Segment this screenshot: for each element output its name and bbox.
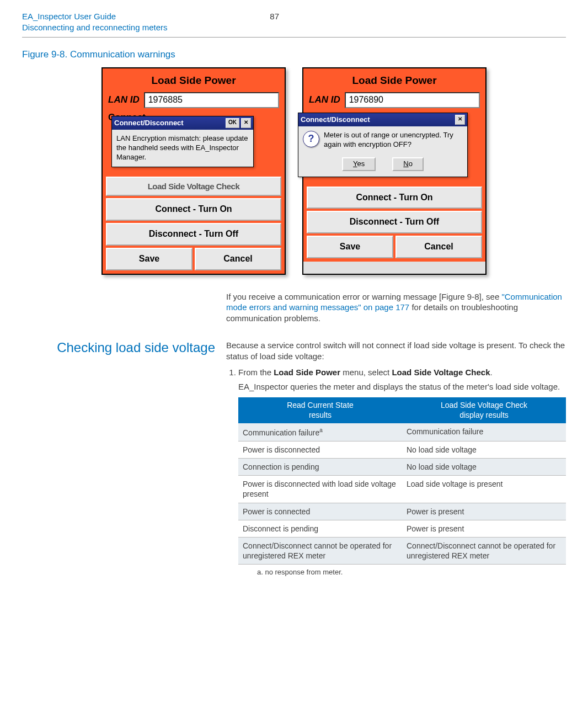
save-button[interactable]: Save bbox=[106, 248, 193, 270]
save-button[interactable]: Save bbox=[307, 236, 393, 258]
dialog-title: Connect/Disconnect bbox=[301, 115, 453, 125]
lan-id-input[interactable]: 1976885 bbox=[144, 92, 279, 108]
cancel-button[interactable]: Cancel bbox=[395, 236, 482, 258]
table-cell: Load side voltage is present bbox=[402, 476, 566, 503]
disconnect-turn-off-button[interactable]: Disconnect - Turn Off bbox=[106, 223, 281, 246]
table-row: Communication failureaCommunication fail… bbox=[238, 423, 566, 441]
dialog-yes-button[interactable]: Yes bbox=[342, 157, 376, 171]
dialog-message: LAN Encryption mismatch: please update t… bbox=[116, 134, 249, 162]
table-cell: No load side voltage bbox=[402, 459, 566, 476]
dialog-title: Connect/Disconnect bbox=[114, 119, 224, 128]
section-checking-load-side-voltage: Checking load side voltage Because a ser… bbox=[22, 340, 566, 581]
connect-turn-on-button[interactable]: Connect - Turn On bbox=[307, 187, 482, 209]
table-row: Power is disconnected with load side vol… bbox=[238, 476, 566, 503]
table-cell: No load side voltage bbox=[402, 441, 566, 458]
doc-section: Disconnecting and reconnecting meters bbox=[22, 22, 167, 33]
table-cell: Power is connected bbox=[238, 503, 402, 520]
bold-option-name: Load Side Voltage Check bbox=[392, 368, 490, 377]
table-cell: Power is disconnected bbox=[238, 441, 402, 458]
table-cell: Power is present bbox=[402, 520, 566, 537]
section-heading: Checking load side voltage bbox=[22, 340, 215, 355]
question-icon: ? bbox=[303, 131, 319, 147]
table-row: Power is connectedPower is present bbox=[238, 503, 566, 520]
table-footnote: a. no response from meter. bbox=[238, 565, 566, 577]
table-row: Disconnect is pendingPower is present bbox=[238, 520, 566, 537]
window-title: Load Side Power bbox=[106, 72, 281, 91]
header-left: EA_Inspector User Guide Disconnecting an… bbox=[22, 11, 167, 33]
figure-caption: Figure 9-8. Communication warnings bbox=[22, 49, 566, 61]
window-title: Load Side Power bbox=[307, 72, 482, 91]
close-icon[interactable] bbox=[241, 118, 251, 128]
figure-screenshots: Load Side Power LAN ID 1976885 Connect..… bbox=[22, 67, 566, 274]
page-number: 87 bbox=[270, 11, 279, 33]
lan-id-label: LAN ID bbox=[309, 94, 340, 106]
post-figure-paragraph: If you receive a communication error or … bbox=[226, 291, 566, 324]
dialog-connect-disconnect: Connect/Disconnect OK LAN Encryption mis… bbox=[111, 116, 254, 167]
table-cell: Communication failurea bbox=[238, 423, 402, 441]
table-header-2: Load Side Voltage Check display results bbox=[402, 397, 566, 423]
text-before-link: If you receive a communication error or … bbox=[226, 292, 501, 301]
table-cell: Disconnect is pending bbox=[238, 520, 402, 537]
step-1-description: EA_Inspector queries the meter and displ… bbox=[238, 381, 566, 392]
dialog-no-button[interactable]: No bbox=[392, 157, 424, 171]
dialog-connect-disconnect: Connect/Disconnect ? Meter is out of ran… bbox=[298, 113, 468, 177]
connect-turn-on-button[interactable]: Connect - Turn On bbox=[106, 198, 281, 221]
section-intro: Because a service control switch will no… bbox=[226, 340, 566, 361]
bold-menu-name: Load Side Power bbox=[274, 368, 340, 377]
disconnect-turn-off-button[interactable]: Disconnect - Turn Off bbox=[307, 211, 482, 233]
close-icon[interactable] bbox=[455, 115, 465, 125]
table-cell: Power is disconnected with load side vol… bbox=[238, 476, 402, 503]
page-header: EA_Inspector User Guide Disconnecting an… bbox=[22, 11, 566, 38]
lan-id-input[interactable]: 1976890 bbox=[345, 92, 480, 108]
screenshot-right: Load Side Power LAN ID 1976890 Connect C… bbox=[302, 67, 487, 274]
dialog-ok-button[interactable]: OK bbox=[226, 118, 239, 128]
table-header-1: Read Current State results bbox=[238, 397, 402, 423]
dialog-message: Meter is out of range or unencrypted. Tr… bbox=[324, 131, 463, 150]
table-cell: Power is present bbox=[402, 503, 566, 520]
table-cell: Connection is pending bbox=[238, 459, 402, 476]
results-table: Read Current State results Load Side Vol… bbox=[238, 397, 566, 565]
steps-list: From the Load Side Power menu, select Lo… bbox=[226, 367, 566, 577]
table-cell: Communication failure bbox=[402, 423, 566, 441]
table-cell: Connect/Disconnect cannot be operated fo… bbox=[238, 538, 402, 565]
table-row: Power is disconnectedNo load side voltag… bbox=[238, 441, 566, 458]
table-cell: Connect/Disconnect cannot be operated fo… bbox=[402, 538, 566, 565]
step-1: From the Load Side Power menu, select Lo… bbox=[238, 367, 566, 577]
table-row: Connection is pendingNo load side voltag… bbox=[238, 459, 566, 476]
screenshot-left: Load Side Power LAN ID 1976885 Connect..… bbox=[101, 67, 286, 274]
load-side-voltage-check-button[interactable]: Load Side Voltage Check bbox=[106, 177, 281, 196]
lan-id-label: LAN ID bbox=[108, 94, 140, 106]
cancel-button[interactable]: Cancel bbox=[195, 248, 281, 270]
doc-title: EA_Inspector User Guide bbox=[22, 11, 167, 22]
table-row: Connect/Disconnect cannot be operated fo… bbox=[238, 538, 566, 565]
